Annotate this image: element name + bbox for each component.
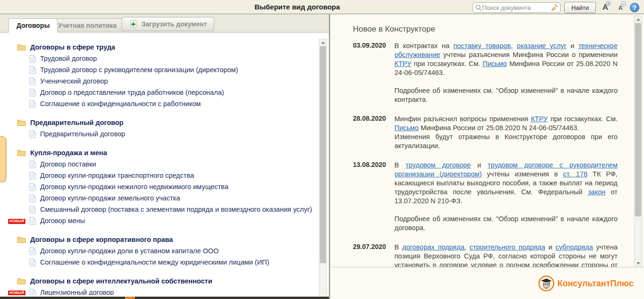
- brand-name: КонсультантПлюс: [557, 279, 634, 289]
- document-icon: [29, 66, 36, 74]
- side-panel-handle[interactable]: [0, 136, 6, 182]
- news-scrollbar[interactable]: [634, 16, 642, 267]
- tree-item[interactable]: Соглашение о конфиденциальности между юр…: [17, 257, 319, 268]
- tree-item[interactable]: Трудовой договор: [17, 53, 319, 64]
- news-link[interactable]: КТРУ: [394, 60, 411, 67]
- news-item: 28.08.2020Минфин разъяснил вопросы приме…: [353, 115, 618, 150]
- font-increase-icon[interactable]: А+: [600, 3, 611, 12]
- tree-item[interactable]: Договор купли-продажи транспортного сред…: [17, 170, 319, 181]
- tree-item-label: Договор о предоставлении труда работнико…: [40, 89, 224, 96]
- document-icon: [29, 289, 36, 296]
- tab-contracts[interactable]: Договоры: [8, 18, 58, 33]
- font-decrease-icon[interactable]: А−: [615, 3, 626, 12]
- news-date: 03.09.2020: [353, 42, 386, 49]
- news-text: В контрактах на: [394, 42, 453, 50]
- search-input[interactable]: [482, 4, 550, 11]
- news-body: В договорах подряда, строительного подря…: [394, 243, 618, 267]
- news-text: при госзакупках. См.: [548, 115, 618, 123]
- tree-item[interactable]: Ученический договор: [17, 75, 319, 87]
- tree-item[interactable]: Договор купли-продажи земельного участка: [17, 192, 319, 204]
- news-date: 29.07.2020: [353, 243, 386, 250]
- news-link[interactable]: закон: [588, 188, 605, 196]
- tree-category[interactable]: Предварительный договор: [17, 117, 319, 128]
- document-icon: [29, 55, 36, 63]
- tree-item-label: Трудовой договор: [40, 55, 97, 62]
- new-badge: НОВЫЙ: [8, 219, 25, 224]
- scroll-thumb[interactable]: [635, 23, 641, 216]
- category-label: Договоры в сфере труда: [30, 43, 115, 51]
- news-text: В: [394, 243, 402, 251]
- news-text: и: [567, 42, 578, 50]
- document-icon: [29, 172, 36, 180]
- tab-accounting-policy[interactable]: Учетная политика: [50, 18, 125, 33]
- document-icon: [29, 194, 36, 202]
- news-text: при госзакупках. См.: [411, 60, 483, 67]
- scroll-up-button[interactable]: [635, 17, 642, 23]
- news-footer: КонсультантПлюс: [332, 268, 644, 299]
- tree-item-label: Смешанный договор (поставка с элементами…: [40, 206, 312, 213]
- news-link[interactable]: оказание услуг: [517, 42, 566, 50]
- top-bar: Выберите вид договора Найти А+ А− ?: [0, 0, 644, 14]
- tree-category[interactable]: Договоры в сфере труда: [17, 42, 319, 53]
- scholar-logo-icon: [538, 275, 554, 291]
- search-area: Найти А+ А− ?: [473, 2, 639, 13]
- document-icon: [29, 100, 36, 108]
- tree-item[interactable]: Договор поставки: [17, 158, 319, 170]
- tree-category[interactable]: Договоры в сфере интеллектуальной собств…: [17, 275, 319, 287]
- news-link[interactable]: Письмо: [394, 124, 418, 132]
- clear-broom-icon[interactable]: [550, 4, 558, 12]
- contracts-panel: Договоры Учетная политика Загрузить доку…: [0, 14, 330, 299]
- document-icon: [29, 130, 36, 138]
- news-panel: Новое в Конструкторе 03.09.2020В контрак…: [332, 14, 644, 299]
- news-link[interactable]: КТРУ: [531, 115, 548, 123]
- find-button[interactable]: Найти: [564, 2, 596, 13]
- tree-item[interactable]: Договор купли-продажи нежилого недвижимо…: [17, 181, 319, 192]
- tree-item[interactable]: Предварительный договор: [17, 128, 319, 140]
- consultantplus-logo[interactable]: КонсультантПлюс: [538, 275, 634, 291]
- tree-item[interactable]: НОВЫЙЛицензионный договор: [17, 287, 319, 295]
- news-header: Новое в Конструкторе: [353, 25, 618, 34]
- news-item: 03.09.2020В контрактах на поставку товар…: [353, 42, 618, 104]
- tree-item[interactable]: Договор купли-продажи доли в уставном ка…: [17, 245, 319, 257]
- help-icon[interactable]: ?: [630, 3, 639, 12]
- news-text: ,: [511, 42, 517, 50]
- document-icon: [29, 247, 36, 255]
- news-link[interactable]: трудовом договоре: [405, 161, 470, 169]
- news-date: 28.08.2020: [353, 115, 386, 122]
- left-scrollbar[interactable]: [319, 39, 327, 299]
- search-box[interactable]: [473, 2, 560, 13]
- tree-category[interactable]: Договоры в сфере корпоративного права: [17, 234, 319, 245]
- tree-item-label: Соглашение о конфиденциальности между юр…: [40, 258, 269, 266]
- news-date: 13.08.2020: [353, 161, 386, 168]
- tree-item[interactable]: НОВЫЙДоговор мены: [17, 215, 319, 226]
- news-item: 13.08.2020В трудовом договоре и трудовом…: [353, 161, 618, 233]
- news-text: учтены разъяснения Минфина России о прим…: [440, 51, 618, 58]
- tree-item[interactable]: Соглашение о конфиденциальности с работн…: [17, 98, 319, 109]
- tree-category[interactable]: Купля-продажа и мена: [17, 147, 319, 158]
- news-link[interactable]: договорах подряда: [402, 243, 465, 251]
- tree-item-label: Предварительный договор: [40, 130, 125, 138]
- folder-icon: [17, 149, 26, 157]
- document-icon: [29, 217, 36, 225]
- news-link[interactable]: ст. 178: [563, 170, 588, 178]
- news-link[interactable]: поставку товаров: [453, 42, 511, 50]
- scroll-down-button[interactable]: [635, 260, 642, 266]
- news-link[interactable]: Письмо: [483, 60, 507, 67]
- tree-item-label: Договор мены: [40, 217, 85, 224]
- tree-item[interactable]: Смешанный договор (поставка с элементами…: [17, 204, 319, 215]
- tree-item-label: Соглашение о конфиденциальности с работн…: [40, 100, 201, 108]
- tree-item[interactable]: Договор о предоставлении труда работнико…: [17, 87, 319, 98]
- scroll-up-button[interactable]: [319, 40, 326, 46]
- news-body: В трудовом договоре и трудовом договоре …: [394, 161, 618, 233]
- news-link[interactable]: строительного подряда: [469, 243, 545, 251]
- bottom-progress-strip: [0, 297, 329, 299]
- news-scroll-area: Новое в Конструкторе 03.09.2020В контрак…: [332, 14, 644, 267]
- news-link[interactable]: субподряда: [555, 243, 593, 251]
- document-icon: [29, 77, 36, 85]
- folder-icon: [17, 43, 26, 51]
- scroll-thumb[interactable]: [320, 46, 326, 263]
- tab-upload-document[interactable]: Загрузить документ: [122, 17, 214, 31]
- tree-item[interactable]: Трудовой договор с руководителем организ…: [17, 64, 319, 75]
- search-icon: [475, 4, 482, 11]
- contract-tree: Договоры в сфере трудаТрудовой договорТр…: [0, 33, 319, 295]
